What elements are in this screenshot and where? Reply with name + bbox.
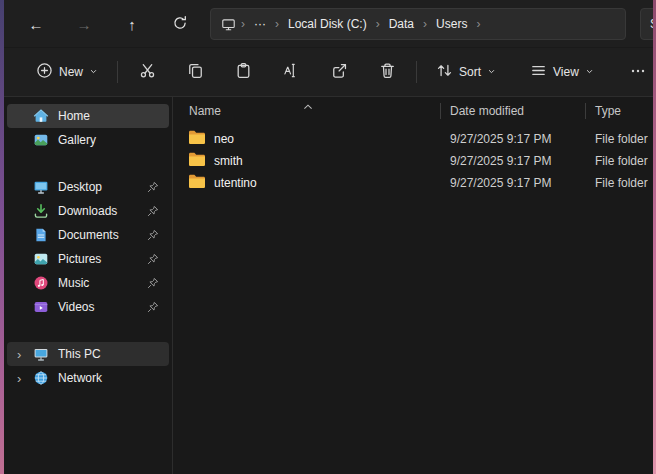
column-header-row: Name Date modified Type [173, 98, 653, 124]
breadcrumb-segment-drive[interactable]: Local Disk (C:) [284, 15, 371, 33]
this-pc-icon [33, 346, 49, 362]
toolbar-separator [117, 61, 118, 83]
sidebar-item-home[interactable]: Home [7, 104, 169, 128]
breadcrumb-overflow[interactable]: ··· [250, 15, 270, 33]
cut-button[interactable] [127, 55, 167, 89]
pin-icon [147, 301, 159, 313]
sidebar-item-desktop[interactable]: Desktop [7, 175, 169, 199]
home-icon [33, 108, 49, 124]
pin-icon [147, 205, 159, 217]
back-button[interactable]: ← [20, 8, 52, 40]
screen-edge-left [0, 0, 4, 474]
music-icon [33, 275, 49, 291]
file-list: Name Date modified Type neo 9/27/2025 9:… [173, 98, 653, 474]
sidebar-section-gap [4, 319, 172, 342]
file-name: utentino [214, 176, 257, 190]
breadcrumb-chevron-icon: › [275, 17, 279, 31]
sidebar-item-downloads[interactable]: Downloads [7, 199, 169, 223]
file-date-modified: 9/27/2025 9:17 PM [440, 154, 585, 168]
pictures-icon [33, 251, 49, 267]
sidebar-item-label: Pictures [58, 252, 101, 266]
pin-icon [147, 253, 159, 265]
more-options-button[interactable] [618, 55, 656, 89]
refresh-button[interactable] [164, 8, 196, 40]
breadcrumb-chevron-icon: › [476, 17, 480, 31]
sidebar-item-label: Home [58, 109, 90, 123]
paste-button[interactable] [223, 55, 263, 89]
new-button[interactable]: New [26, 55, 108, 89]
sidebar-section-gap [4, 152, 172, 175]
file-name: smith [214, 154, 243, 168]
sidebar-item-label: Desktop [58, 180, 102, 194]
forward-button[interactable]: → [68, 8, 100, 40]
sidebar-item-label: Videos [58, 300, 94, 314]
sidebar-item-videos[interactable]: Videos [7, 295, 169, 319]
sidebar-item-label: This PC [58, 347, 101, 361]
breadcrumb-segment-data[interactable]: Data [385, 15, 418, 33]
sidebar-item-this-pc[interactable]: › This PC [7, 342, 169, 366]
column-separator[interactable] [585, 103, 586, 119]
column-separator[interactable] [440, 103, 441, 119]
sidebar-item-label: Music [58, 276, 89, 290]
sort-button[interactable]: Sort [426, 55, 506, 89]
file-rows: neo 9/27/2025 9:17 PM File folder smith … [173, 124, 653, 194]
plus-circle-icon [36, 62, 53, 82]
view-icon [530, 62, 547, 82]
sidebar-item-label: Gallery [58, 133, 96, 147]
folder-icon [188, 130, 206, 148]
chevron-down-icon [487, 65, 496, 79]
sidebar-item-gallery[interactable]: Gallery [7, 128, 169, 152]
share-button[interactable] [319, 55, 359, 89]
rename-icon [283, 62, 300, 82]
breadcrumb-chevron-icon: › [376, 17, 380, 31]
delete-button[interactable] [367, 55, 407, 89]
desktop-icon [33, 179, 49, 195]
network-icon [33, 370, 49, 386]
sort-button-label: Sort [459, 65, 481, 79]
refresh-icon [172, 15, 188, 34]
chevron-right-icon[interactable]: › [17, 348, 27, 361]
pin-icon [147, 229, 159, 241]
chevron-right-icon[interactable]: › [17, 372, 27, 385]
breadcrumb-segment-users[interactable]: Users [432, 15, 471, 33]
copy-icon [187, 62, 204, 82]
address-bar[interactable]: › ··· › Local Disk (C:) › Data › Users › [210, 8, 626, 40]
file-type: File folder [585, 132, 653, 146]
chevron-down-icon [585, 65, 594, 79]
navigation-bar: ← → ↑ › ··· › Local Disk (C:) › Data › U… [4, 0, 653, 48]
file-row[interactable]: neo 9/27/2025 9:17 PM File folder [173, 128, 653, 150]
downloads-icon [33, 203, 49, 219]
sidebar-item-label: Network [58, 371, 102, 385]
documents-icon [33, 227, 49, 243]
column-header-date-modified[interactable]: Date modified [440, 104, 585, 118]
file-row[interactable]: smith 9/27/2025 9:17 PM File folder [173, 150, 653, 172]
rename-button[interactable] [271, 55, 311, 89]
up-button[interactable]: ↑ [116, 8, 148, 40]
pane-divider[interactable] [172, 97, 173, 474]
toolbar-separator [416, 61, 417, 83]
view-button-label: View [553, 65, 579, 79]
sort-ascending-icon [303, 99, 313, 113]
file-explorer-window: ← → ↑ › ··· › Local Disk (C:) › Data › U… [0, 0, 656, 474]
folder-icon [188, 174, 206, 192]
paste-icon [235, 62, 252, 82]
copy-button[interactable] [175, 55, 215, 89]
trash-icon [379, 62, 396, 82]
sidebar-item-music[interactable]: Music [7, 271, 169, 295]
sidebar-item-pictures[interactable]: Pictures [7, 247, 169, 271]
column-header-type[interactable]: Type [585, 104, 653, 118]
sidebar-item-label: Documents [58, 228, 119, 242]
ellipsis-icon [630, 63, 646, 82]
command-toolbar: New [4, 48, 653, 97]
sidebar-item-documents[interactable]: Documents [7, 223, 169, 247]
new-button-label: New [59, 65, 83, 79]
file-date-modified: 9/27/2025 9:17 PM [440, 132, 585, 146]
sidebar-item-label: Downloads [58, 204, 117, 218]
view-button[interactable]: View [520, 55, 604, 89]
file-type: File folder [585, 154, 653, 168]
videos-icon [33, 299, 49, 315]
sidebar-item-network[interactable]: › Network [7, 366, 169, 390]
folder-icon [188, 152, 206, 170]
file-row[interactable]: utentino 9/27/2025 9:17 PM File folder [173, 172, 653, 194]
breadcrumb-chevron-icon: › [241, 17, 245, 31]
